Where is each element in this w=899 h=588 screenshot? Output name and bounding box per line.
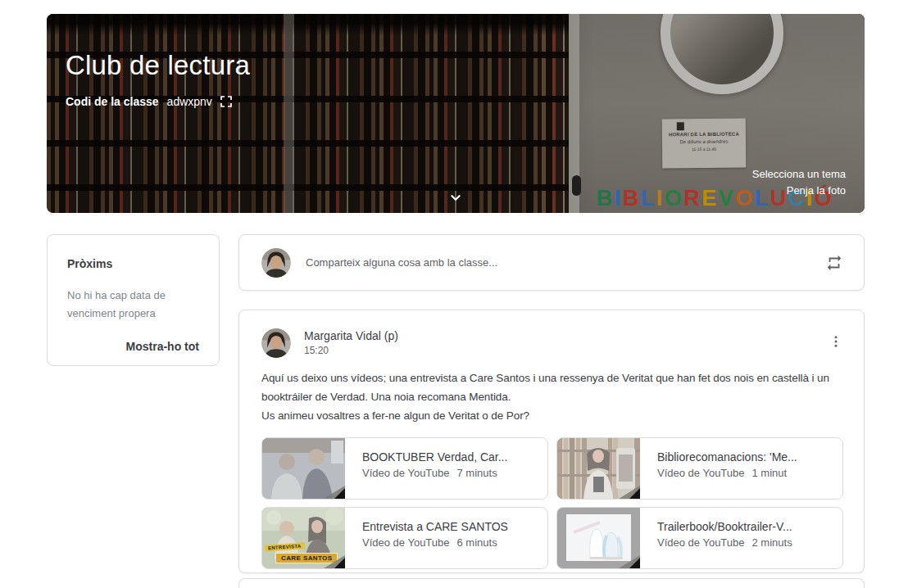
post-paragraph: Us animeu vosaltres a fer-ne algun de Ve… (261, 406, 843, 425)
attachment-source: Vídeo de YouTube (657, 536, 745, 549)
attachment-duration: 7 minuts (457, 467, 497, 479)
stream-post: Margarita Vidal (p) 15:20 Aquí us deixo … (238, 310, 865, 573)
fullscreen-expand-icon[interactable] (220, 95, 233, 108)
attachment-duration: 6 minuts (457, 536, 497, 549)
attachment-title: Bibliorecomanacions: 'Me... (657, 450, 797, 464)
upcoming-empty-message: No hi ha cap data de venciment propera (67, 287, 199, 323)
youtube-attachment[interactable]: ENTREVISTA CARE SANTOS Entrevista a CARE… (261, 507, 548, 569)
attachment-source: Vídeo de YouTube (362, 536, 450, 549)
avatar (261, 328, 291, 358)
kebab-menu-icon[interactable] (826, 332, 846, 351)
attachment-title: Trailerbook/Booktrailer-V... (657, 520, 792, 533)
youtube-attachment[interactable]: Trailerbook/Booktrailer-V... Vídeo de Yo… (556, 507, 843, 569)
attachment-duration: 1 minut (752, 467, 788, 479)
video-thumbnail (557, 438, 640, 499)
class-code-value: adwxpnv (167, 95, 212, 108)
video-thumbnail: ENTREVISTA CARE SANTOS (262, 508, 345, 568)
attachment-duration: 2 minuts (752, 536, 792, 549)
attachment-source: Vídeo de YouTube (657, 467, 745, 479)
attachment-title: BOOKTUBER Verdad, Car... (362, 450, 507, 464)
post-paragraph: Aquí us deixo uns vídeos; una entrevista… (261, 369, 843, 406)
thumbnail-wash (262, 438, 345, 499)
class-title: Club de lectura (66, 50, 250, 81)
thumbnail-wash (557, 438, 640, 499)
avatar (261, 248, 291, 278)
class-banner: HORARI DE LA BIBLIOTECA De dilluns a div… (47, 14, 865, 213)
chevron-down-icon[interactable] (445, 188, 466, 206)
youtube-attachment[interactable]: BOOKTUBER Verdad, Car... Vídeo de YouTub… (261, 437, 548, 500)
video-thumbnail (262, 438, 345, 499)
share-composer[interactable]: Comparteix alguna cosa amb la classe... (238, 234, 865, 291)
attachment-grid: BOOKTUBER Verdad, Car... Vídeo de YouTub… (261, 437, 843, 569)
attachment-source: Vídeo de YouTube (362, 467, 450, 479)
video-thumbnail (557, 508, 640, 568)
class-code-label: Codi de la classe (66, 95, 159, 108)
composer-placeholder[interactable]: Comparteix alguna cosa amb la classe... (306, 256, 825, 269)
thumbnail-wash (557, 508, 640, 568)
reuse-post-icon[interactable] (825, 254, 843, 272)
attachment-title: Entrevista a CARE SANTOS (362, 520, 508, 533)
thumbnail-overlay-text: CARE SANTOS (275, 553, 338, 563)
upload-photo-link[interactable]: Penja la foto (752, 183, 846, 199)
post-body: Aquí us deixo uns vídeos; una entrevista… (261, 369, 843, 425)
youtube-attachment[interactable]: Bibliorecomanacions: 'Me... Vídeo de You… (556, 437, 843, 500)
classroom-stream-page: HORARI DE LA BIBLIOTECA De dilluns a div… (0, 0, 899, 588)
post-author-name: Margarita Vidal (p) (304, 329, 398, 342)
next-post-card (238, 578, 865, 588)
view-all-button[interactable]: Mostra-ho tot (126, 340, 199, 353)
post-timestamp: 15:20 (304, 345, 398, 356)
select-theme-link[interactable]: Selecciona un tema (752, 166, 846, 183)
upcoming-title: Pròxims (67, 257, 199, 270)
upcoming-work-card: Pròxims No hi ha cap data de venciment p… (47, 234, 220, 366)
